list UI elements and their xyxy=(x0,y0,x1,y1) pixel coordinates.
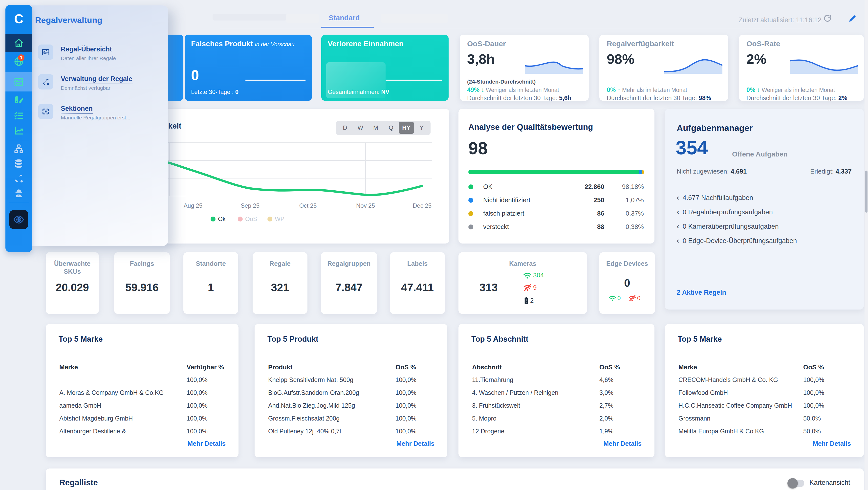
kpi-wrong-product-footer-label: Letzte 30-Tage : xyxy=(191,89,234,95)
task-item-camera-check[interactable]: ‹0 Kameraüberprüfungsaufgaben xyxy=(677,222,779,231)
quality-progress-bar xyxy=(468,170,644,174)
tools-icon xyxy=(38,74,53,90)
tab-active-underline xyxy=(321,27,374,28)
sidebar-item-planograms[interactable] xyxy=(5,93,32,108)
table-card-brand-oos: Top 5 Marke Marke OoS % CRECOM-Handels G… xyxy=(665,324,864,457)
x-tick-sep: Sep 25 xyxy=(241,202,259,209)
active-rules-link[interactable]: 2 Aktive Regeln xyxy=(677,289,726,297)
toggle-knob[interactable] xyxy=(787,478,798,489)
more-details-link[interactable]: Mehr Details xyxy=(396,440,434,448)
task-item-shelf-check[interactable]: ‹0 Regalüberprüfungsaufgaben xyxy=(677,208,773,216)
green-dot-icon xyxy=(468,184,473,189)
range-button-q[interactable]: Q xyxy=(383,122,399,134)
header-divider xyxy=(220,29,803,29)
flyout-item-shelf-administration[interactable]: Verwaltung der Regale Demnächst verfügba… xyxy=(35,74,159,94)
stat-card-locations: Standorte 1 xyxy=(183,252,238,314)
legend-item-oos[interactable]: OoS xyxy=(238,216,257,222)
table-row: Grossmann xyxy=(678,415,710,422)
arrow-down-icon: ↓ xyxy=(757,86,760,93)
stat-card-facings: Facings 59.916 xyxy=(114,252,170,314)
table-row: Old Pulteney 12j. 40% 0,7l xyxy=(268,428,341,435)
tab-standard[interactable]: Standard xyxy=(329,14,360,22)
range-button-hy[interactable]: HY xyxy=(399,122,414,134)
database-icon xyxy=(13,158,24,169)
task-item-edge-check[interactable]: ‹0 Edge-Device-Überprüfungsaufgaben xyxy=(677,236,797,245)
sidebar-item-tools[interactable] xyxy=(5,171,32,186)
table-row-value: 100,0% xyxy=(187,389,208,396)
quality-row-pct: 1,07% xyxy=(625,196,644,204)
kpi-card-oos-duration[interactable]: OoS-Dauer 3,8h (24-Stunden-Durchschnitt)… xyxy=(460,35,589,101)
flyout-item-sections[interactable]: Sektionen Manuelle Regalgruppen erst... xyxy=(35,104,159,124)
table-row: 4. Waschen / Putzen / Reinigen xyxy=(472,389,558,396)
kpi-card-oos-rate[interactable]: OoS-Rate 2% 0% ↓ Weniger als im letzten … xyxy=(739,35,864,101)
app-logo[interactable]: C xyxy=(5,11,32,26)
home-icon xyxy=(13,38,24,48)
kpi-card-lost-revenue[interactable]: Verlorene Einnahmen Gesamteinnahmen: NV xyxy=(321,35,448,101)
more-details-link[interactable]: Mehr Details xyxy=(187,440,226,448)
table-row-value: 100,0% xyxy=(187,376,208,384)
table-row-value: 2,7% xyxy=(599,402,614,409)
legend-item-ok[interactable]: Ok xyxy=(211,216,226,222)
more-details-link[interactable]: Mehr Details xyxy=(813,440,851,448)
stat-label: Standorte xyxy=(183,259,238,268)
range-button-d[interactable]: D xyxy=(337,122,353,134)
kpi-oos-rate-avg-value: 2% xyxy=(838,94,847,101)
arrow-up-icon: ↑ xyxy=(617,86,621,93)
table-row: Altenburger Destillerie & xyxy=(59,428,126,435)
quality-row-misplaced: falsch platziert 86 0,37% xyxy=(468,210,644,219)
table-row: Abtshof Magdeburg GmbH xyxy=(59,415,133,422)
sidebar-item-analytics[interactable] xyxy=(5,123,32,138)
table-row-value: 3,0% xyxy=(599,389,614,396)
stat-label: Regalgruppen xyxy=(321,259,377,268)
stat-card-shelves: Regale 321 xyxy=(253,252,307,314)
flyout-item-shelf-overview[interactable]: Regal-Übersicht Daten aller Ihrer Regale xyxy=(35,44,159,64)
sidebar-item-tasks[interactable] xyxy=(5,108,32,123)
stat-card-skus: Überwachte SKUs 20.029 xyxy=(46,252,99,314)
table-col1-header: Marke xyxy=(59,363,78,371)
range-button-m[interactable]: M xyxy=(368,122,383,134)
oos-rate-sparkline xyxy=(790,56,858,76)
legend-wp-label: WP xyxy=(275,216,284,222)
table-row: aameda GmbH xyxy=(59,402,101,409)
edge-offline: 0 xyxy=(628,295,640,302)
last-updated-text: Zuletzt aktualisiert: 11:16:12 xyxy=(739,16,822,24)
kpi-oos-rate-avg-label: Durchschnitt der letzten 30 Tage: xyxy=(746,94,837,101)
range-button-y[interactable]: Y xyxy=(414,122,429,134)
quality-row-hidden: versteckt 88 0,38% xyxy=(468,223,644,233)
table-col2-header: OoS % xyxy=(599,363,620,371)
edit-pencil-icon[interactable] xyxy=(848,14,857,24)
table-row: 5. Mopro xyxy=(472,415,497,422)
sidebar-item-network[interactable] xyxy=(5,142,32,156)
cameras-total: 313 xyxy=(479,281,498,294)
legend-item-wp[interactable]: WP xyxy=(268,216,284,222)
kpi-card-wrong-product[interactable]: Falsches Produkt in der Vorschau 0 Letzt… xyxy=(185,35,312,101)
table-col1-header: Marke xyxy=(678,363,697,371)
scrollbar-track[interactable] xyxy=(865,0,868,490)
stat-value: 47.411 xyxy=(390,281,445,294)
refresh-icon[interactable] xyxy=(823,14,832,24)
sidebar-item-audit[interactable] xyxy=(5,186,32,201)
scrollbar-thumb[interactable] xyxy=(865,171,868,213)
tab-skeleton-left[interactable] xyxy=(286,14,319,23)
sidebar-item-monitor[interactable] xyxy=(9,210,28,229)
map-view-toggle[interactable] xyxy=(788,480,804,487)
more-details-link[interactable]: Mehr Details xyxy=(603,440,642,448)
table-row: 3. Frühstückswelt xyxy=(472,402,520,409)
flyout-divider xyxy=(35,33,141,33)
stat-value: 7.847 xyxy=(321,281,377,294)
task-item-refill[interactable]: ‹4.677 Nachfüllaufgaben xyxy=(677,193,753,202)
sidebar-item-home[interactable] xyxy=(5,34,32,52)
oos-duration-sparkline xyxy=(525,56,583,76)
sidebar-item-overview[interactable]: 1 xyxy=(5,53,32,71)
sidebar-item-shelf-management[interactable] xyxy=(5,72,32,91)
quality-row-pct: 0,38% xyxy=(625,223,644,231)
table-row-value: 50,0% xyxy=(803,428,821,435)
table-row-value: 2,0% xyxy=(599,415,614,422)
tab-skeleton-right[interactable] xyxy=(381,14,448,23)
range-button-w[interactable]: W xyxy=(353,122,368,134)
table-title: Top 5 Abschnitt xyxy=(471,335,528,344)
x-tick-nov: Nov 25 xyxy=(356,202,375,209)
sidebar-item-data[interactable] xyxy=(5,156,32,171)
kpi-card-shelf-availability[interactable]: Regalverfügbarkeit 98% 0% ↑ Mehr als im … xyxy=(599,35,728,101)
kpi-oos-duration-delta: 49% xyxy=(467,86,479,93)
